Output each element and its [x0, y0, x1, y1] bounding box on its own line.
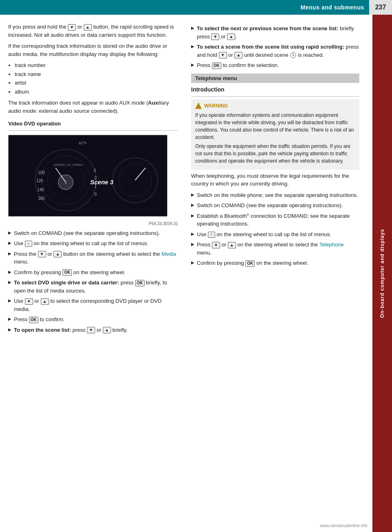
telephone-menu-header: Telephone menu: [191, 74, 359, 83]
list-item: ▶ Use ⌂ on the steering wheel to call up…: [191, 230, 359, 239]
main-content: If you press and hold the ▼ or ▲ button,…: [0, 15, 392, 344]
arrow-icon: ▶: [8, 250, 11, 257]
svg-rect-0: [9, 135, 167, 217]
introduction-heading: Introduction: [191, 85, 359, 94]
arrow-icon: ▶: [8, 279, 11, 285]
home-button: ⌂: [25, 241, 32, 247]
arrow-icon: ▶: [191, 212, 194, 219]
dvd-operation-list: ▶ Switch on COMAND (see the separate ope…: [8, 229, 178, 334]
list-item: artist: [15, 79, 178, 87]
list-item: ▶ Confirm by pressing OK on the steering…: [8, 268, 178, 277]
down-btn: ▼: [211, 34, 219, 40]
intro-paragraph: If you press and hold the ▼ or ▲ button,…: [8, 23, 178, 39]
svg-text:120: 120: [36, 179, 43, 183]
list-item: ▶ Switch on COMAND (see the separate ope…: [8, 229, 178, 237]
telephoning-paragraph: When telephoning, you must observe the l…: [191, 172, 359, 188]
image-caption: P54.33-3034-31: [8, 221, 178, 227]
page-number: 237: [369, 0, 392, 15]
ok-btn: OK: [135, 280, 145, 286]
arrow-icon: ▶: [191, 62, 194, 68]
arrow-icon: ▶: [8, 316, 11, 322]
down-btn: ▼: [38, 251, 46, 257]
warning-title-text: WARNING: [204, 103, 228, 109]
up-btn: ▲: [228, 242, 236, 248]
down-btn: ▼: [219, 52, 227, 58]
down-btn: ▼: [212, 242, 220, 248]
list-item: ▶ To select a scene from the scene list …: [191, 43, 359, 59]
warning-text-1: If you operate information systems and c…: [195, 112, 355, 141]
list-item: ▶ To select DVD single drive or data car…: [8, 279, 178, 295]
arrow-icon: ▶: [8, 240, 11, 246]
section-divider: [191, 96, 359, 97]
svg-text:0: 0: [94, 192, 97, 197]
home-button: ⌂: [208, 232, 215, 238]
arrow-icon: ▶: [8, 230, 11, 236]
circle-number: 1: [290, 52, 296, 58]
right-column: ▶ To select the next or previous scene f…: [188, 23, 359, 336]
warning-box: WARNING If you operate information syste…: [191, 99, 359, 170]
down-button-inline: ▼: [68, 24, 76, 31]
arrow-icon: ▶: [191, 231, 194, 237]
header-title: Menus and submenus: [301, 4, 364, 11]
section-divider: [8, 130, 178, 131]
page-header: Menus and submenus 237: [0, 0, 392, 15]
svg-text:62°F: 62°F: [79, 141, 87, 145]
up-btn: ▲: [227, 34, 235, 40]
sidebar-chapter-label: On-board computer and displays: [372, 15, 392, 532]
left-column: If you press and hold the ▼ or ▲ button,…: [8, 23, 188, 336]
arrow-icon: ▶: [8, 326, 11, 333]
list-item: ▶ To select the next or previous scene f…: [191, 25, 359, 40]
list-item: ▶ Press ▼ or ▲ on the steering wheel to …: [191, 241, 359, 257]
list-item: ▶ Confirm by pressing OK on the steering…: [191, 259, 359, 267]
up-btn: ▲: [41, 298, 49, 305]
arrow-icon: ▶: [191, 202, 194, 208]
warning-text-2: Only operate the equipment when the traf…: [195, 143, 355, 165]
arrow-icon: ▶: [191, 241, 194, 247]
track-info-paragraph: If the corresponding track information i…: [8, 42, 178, 58]
svg-text:140: 140: [37, 188, 44, 192]
telephone-setup-list: ▶ Switch on the mobile phone; see the se…: [191, 191, 359, 267]
list-item: ▶ Switch on COMAND (see the separate ope…: [191, 201, 359, 210]
list-item: ▶ Establish a Bluetooth® connection to C…: [191, 212, 359, 228]
sidebar-label-text: On-board computer and displays: [379, 229, 385, 318]
dashboard-svg: 100 120 140 160 3 2 1 0 62°F LEGEND_OF_Z…: [9, 135, 167, 217]
down-btn: ▼: [25, 298, 33, 305]
list-item: ▶ Press the ▼ or ▲ button on the steerin…: [8, 250, 178, 266]
video-dvd-heading: Video DVD operation: [8, 120, 178, 128]
aux-paragraph: The track information does not appear in…: [8, 99, 178, 115]
ok-btn: OK: [245, 260, 255, 267]
scene-selection-list: ▶ To select the next or previous scene f…: [191, 25, 359, 69]
list-item: ▶ Use ⌂ on the steering wheel to call up…: [8, 239, 178, 248]
svg-text:160: 160: [38, 196, 45, 201]
dashboard-display: 100 120 140 160 3 2 1 0 62°F LEGEND_OF_Z…: [9, 135, 167, 216]
footer-watermark: www.carmanualonline.info: [320, 523, 368, 528]
list-item: ▶ Press OK to confirm.: [8, 315, 178, 324]
svg-text:3: 3: [94, 168, 96, 173]
up-btn: ▲: [103, 327, 111, 333]
ok-btn: OK: [62, 269, 72, 276]
down-btn: ▼: [87, 327, 95, 333]
svg-text:100: 100: [38, 170, 45, 175]
ok-btn: OK: [29, 317, 38, 323]
header-title-bar: Menus and submenus: [0, 0, 369, 15]
list-item: ▶ Switch on the mobile phone; see the se…: [191, 191, 359, 199]
list-item: album: [15, 88, 178, 96]
list-item: track name: [15, 70, 178, 78]
arrow-icon: ▶: [191, 192, 194, 198]
arrow-icon: ▶: [8, 269, 11, 275]
up-btn: ▲: [234, 52, 243, 58]
arrow-icon: ▶: [191, 25, 194, 31]
up-button-inline: ▲: [84, 24, 92, 31]
svg-text:LEGEND_OF_ZORRO: LEGEND_OF_ZORRO: [53, 163, 83, 167]
media-link: Media: [162, 251, 176, 257]
track-info-list: track number track name artist album: [15, 61, 178, 96]
arrow-icon: ▶: [8, 297, 11, 304]
svg-text:Scene 3: Scene 3: [90, 179, 114, 186]
list-item: ▶ To open the scene list: press ▼ or ▲ b…: [8, 326, 178, 334]
telephone-link: Telephone: [319, 241, 344, 248]
list-item: ▶ Use ▼ or ▲ to select the corresponding…: [8, 297, 178, 313]
list-item: track number: [15, 61, 178, 69]
warning-triangle-icon: [195, 103, 202, 109]
warning-title-row: WARNING: [195, 103, 355, 109]
arrow-icon: ▶: [191, 43, 194, 49]
